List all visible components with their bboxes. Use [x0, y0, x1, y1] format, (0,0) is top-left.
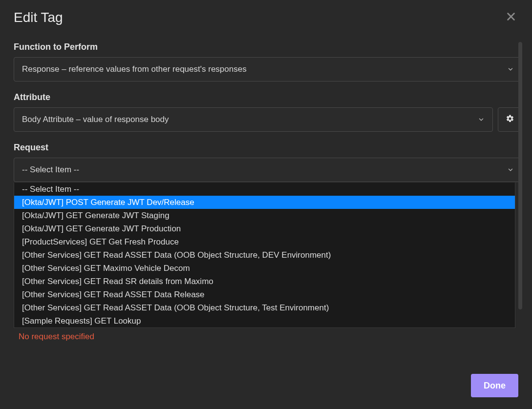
request-select[interactable]: -- Select Item --	[14, 158, 522, 182]
gear-icon	[506, 114, 514, 125]
request-option[interactable]: [Other Services] GET Read ASSET Data (OO…	[14, 301, 515, 314]
request-option[interactable]: [Other Services] GET Read SR details fro…	[14, 275, 515, 288]
scrollbar-thumb[interactable]	[518, 42, 522, 309]
dialog-footer: Done	[471, 374, 518, 397]
request-dropdown-panel[interactable]: -- Select Item --[Okta/JWT] POST Generat…	[14, 183, 515, 328]
request-option[interactable]: [Other Services] GET Maximo Vehicle Deco…	[14, 262, 515, 275]
attribute-select[interactable]: Body Attribute – value of response body	[14, 107, 493, 132]
request-option[interactable]: [Other Services] GET Read ASSET Data Rel…	[14, 288, 515, 301]
attribute-label: Attribute	[14, 92, 522, 102]
chevron-down-icon	[507, 66, 514, 73]
request-option[interactable]: [Sample Requests] GET Lookup	[14, 314, 515, 327]
function-select-value: Response – reference values from other r…	[22, 64, 247, 74]
request-error: No request specified	[19, 332, 94, 342]
scrollbar-track[interactable]	[518, 42, 522, 309]
chevron-down-icon	[507, 166, 514, 173]
request-option[interactable]: [Other Services] GET Read ASSET Data (OO…	[14, 248, 515, 262]
function-select[interactable]: Response – reference values from other r…	[14, 57, 522, 82]
request-option[interactable]: [Okta/JWT] POST Generate JWT Dev/Release	[14, 196, 515, 209]
request-section: Request -- Select Item --	[14, 143, 522, 182]
request-option[interactable]: [Okta/JWT] GET Generate JWT Production	[14, 222, 515, 235]
done-button[interactable]: Done	[471, 374, 518, 397]
function-section: Function to Perform Response – reference…	[14, 42, 522, 82]
close-icon[interactable]	[504, 9, 518, 26]
edit-tag-dialog: Edit Tag Function to Perform Response – …	[0, 0, 532, 409]
request-label: Request	[14, 143, 522, 153]
request-option[interactable]: [ProductServices] GET Get Fresh Produce	[14, 235, 515, 248]
function-label: Function to Perform	[14, 42, 522, 52]
dialog-title: Edit Tag	[14, 10, 63, 25]
attribute-row: Body Attribute – value of response body	[14, 107, 522, 132]
attribute-select-value: Body Attribute – value of response body	[22, 115, 169, 124]
attribute-section: Attribute Body Attribute – value of resp…	[14, 92, 522, 132]
request-select-value: -- Select Item --	[22, 165, 79, 175]
request-option[interactable]: [Okta/JWT] GET Generate JWT Staging	[14, 209, 515, 222]
chevron-down-icon	[478, 116, 485, 123]
request-option[interactable]: -- Select Item --	[14, 183, 515, 196]
dialog-header: Edit Tag	[14, 9, 518, 26]
